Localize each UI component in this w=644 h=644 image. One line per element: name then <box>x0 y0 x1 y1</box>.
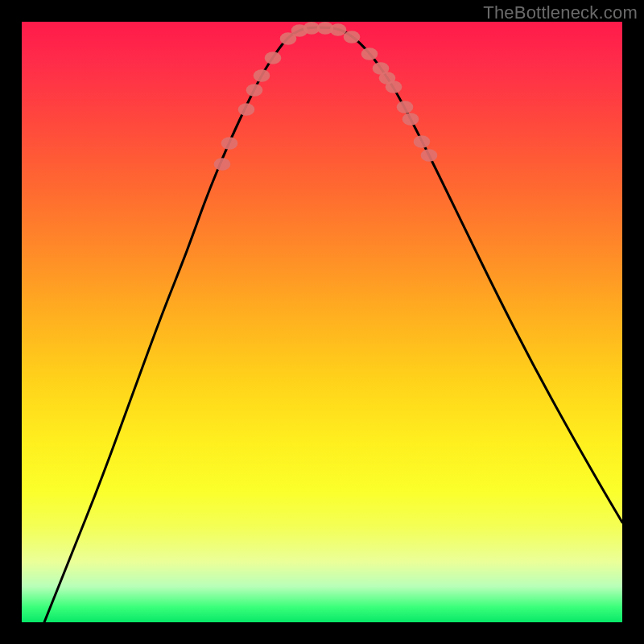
data-marker <box>254 69 270 81</box>
curve-line <box>44 27 622 622</box>
data-marker <box>421 149 438 161</box>
watermark-text: TheBottleneck.com <box>483 2 638 23</box>
data-marker <box>344 31 361 43</box>
data-marker <box>361 47 378 60</box>
data-marker <box>265 52 282 64</box>
chart-svg <box>22 22 622 622</box>
data-marker <box>414 135 431 147</box>
chart-frame: TheBottleneck.com <box>0 0 644 644</box>
data-marker <box>330 23 347 35</box>
data-marker <box>214 158 231 170</box>
plot-area <box>22 22 622 622</box>
data-marker <box>246 84 263 96</box>
data-marker <box>221 137 238 149</box>
data-marker <box>397 101 414 113</box>
data-markers <box>214 22 438 170</box>
data-marker <box>402 113 419 125</box>
data-marker <box>238 103 255 115</box>
bottleneck-curve <box>44 27 622 622</box>
data-marker <box>386 80 402 93</box>
